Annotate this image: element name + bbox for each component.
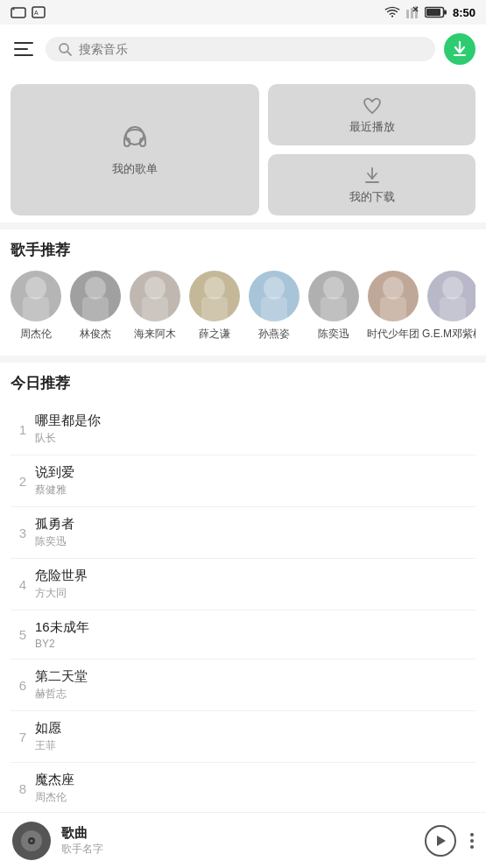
- song-title: 如愿: [35, 720, 475, 737]
- song-item[interactable]: 2 说到爱 蔡健雅: [11, 455, 475, 507]
- download-button[interactable]: [444, 33, 475, 65]
- song-item[interactable]: 7 如愿 王菲: [11, 711, 475, 763]
- svg-rect-24: [82, 297, 109, 321]
- song-title: 哪里都是你: [35, 413, 475, 429]
- signal-off-icon: [405, 6, 419, 18]
- my-playlist-card[interactable]: 我的歌单: [11, 84, 259, 215]
- main-content: 我的歌单 最近播放 我的下载 歌手推荐: [0, 74, 486, 812]
- song-number: 2: [11, 474, 35, 489]
- svg-marker-44: [437, 836, 446, 846]
- svg-rect-28: [201, 297, 228, 321]
- songs-list: 1 哪里都是你 队长 2 说到爱 蔡健雅 3 孤勇者 陈奕迅 4 危险世界 方大…: [11, 404, 475, 812]
- song-title: 16未成年: [35, 619, 475, 636]
- artist-name: 时代少年团: [367, 327, 419, 342]
- play-button[interactable]: [425, 825, 456, 857]
- svg-rect-32: [320, 297, 347, 321]
- svg-rect-5: [411, 8, 413, 18]
- song-item[interactable]: 4 危险世界 方大同: [11, 559, 475, 610]
- svg-point-35: [442, 277, 463, 300]
- svg-point-43: [31, 839, 33, 842]
- player-info: 歌曲 歌手名字: [61, 825, 414, 857]
- recent-play-card[interactable]: 最近播放: [268, 84, 475, 145]
- header: [0, 25, 486, 74]
- artist-name: 周杰伦: [20, 327, 52, 342]
- song-info: 第二天堂 赫哲志: [35, 668, 475, 702]
- menu-button[interactable]: [11, 39, 37, 60]
- more-options-button[interactable]: [470, 833, 474, 849]
- artist-face-icon: [316, 271, 351, 321]
- artist-item[interactable]: 孙燕姿: [249, 271, 299, 342]
- download-icon: [452, 41, 468, 57]
- artist-face-icon: [137, 271, 173, 321]
- song-item[interactable]: 6 第二天堂 赫哲志: [11, 660, 475, 711]
- artist-face-icon: [257, 271, 292, 321]
- artists-title: 歌手推荐: [11, 240, 475, 260]
- song-artist: 赫哲志: [35, 687, 475, 702]
- artist-avatar: [130, 271, 180, 321]
- artist-avatar: [249, 271, 299, 321]
- svg-rect-36: [440, 297, 466, 321]
- my-download-card[interactable]: 我的下载: [268, 154, 475, 215]
- artist-name: 林俊杰: [80, 327, 111, 342]
- svg-text:A: A: [34, 10, 39, 16]
- svg-point-21: [25, 277, 46, 300]
- headphone-icon: [119, 123, 151, 154]
- artist-item[interactable]: 陈奕迅: [308, 271, 359, 342]
- song-info: 16未成年 BY2: [35, 619, 475, 650]
- download-small-icon: [362, 165, 383, 186]
- svg-rect-34: [380, 297, 406, 321]
- svg-rect-10: [444, 11, 447, 15]
- artist-item[interactable]: 林俊杰: [70, 271, 121, 342]
- song-artist: 队长: [35, 431, 475, 446]
- song-title: 孤勇者: [35, 516, 475, 533]
- song-item[interactable]: 5 16未成年 BY2: [11, 610, 475, 660]
- song-number: 7: [11, 730, 35, 745]
- svg-rect-4: [406, 10, 409, 18]
- song-item[interactable]: 3 孤勇者 陈奕迅: [11, 507, 475, 559]
- artist-avatar: [11, 271, 61, 321]
- today-section: 今日推荐 1 哪里都是你 队长 2 说到爱 蔡健雅 3 孤勇者 陈奕迅 4 危险…: [0, 363, 486, 812]
- artist-item[interactable]: 海来阿木: [130, 271, 180, 342]
- song-number: 6: [11, 678, 35, 693]
- artist-name: 薛之谦: [199, 327, 230, 342]
- artist-item[interactable]: 周杰伦: [11, 271, 61, 342]
- song-item[interactable]: 8 魔杰座 周杰伦: [11, 763, 475, 812]
- artist-item[interactable]: 薛之谦: [189, 271, 240, 342]
- song-item[interactable]: 1 哪里都是你 队长: [11, 404, 475, 455]
- top-cards: 我的歌单 最近播放 我的下载: [0, 74, 486, 222]
- svg-rect-30: [261, 297, 287, 321]
- song-info: 说到爱 蔡健雅: [35, 464, 475, 498]
- song-artist: 王菲: [35, 738, 475, 753]
- song-artist: BY2: [35, 638, 475, 650]
- today-title: 今日推荐: [11, 373, 475, 393]
- song-info: 魔杰座 周杰伦: [35, 772, 475, 805]
- artist-face-icon: [197, 271, 232, 321]
- artist-avatar: [427, 271, 475, 321]
- svg-point-33: [383, 277, 404, 300]
- search-input[interactable]: [79, 42, 423, 56]
- svg-point-27: [204, 277, 225, 300]
- artist-name: 孙燕姿: [258, 327, 290, 342]
- bottom-player: 歌曲 歌手名字: [0, 812, 486, 868]
- song-number: 1: [11, 422, 35, 437]
- song-number: 3: [11, 526, 35, 540]
- svg-point-29: [264, 277, 285, 300]
- artist-item[interactable]: 时代少年团: [368, 271, 419, 342]
- status-bar: A 8:50: [0, 0, 486, 25]
- artist-avatar: [189, 271, 240, 321]
- song-artist: 周杰伦: [35, 790, 475, 805]
- artist-item[interactable]: G.E.M邓紫棋: [427, 271, 475, 342]
- status-bar-left: A: [11, 6, 46, 18]
- artist-face-icon: [18, 271, 53, 321]
- song-info: 危险世界 方大同: [35, 568, 475, 601]
- svg-point-1: [13, 9, 15, 11]
- artist-face-icon: [78, 271, 113, 321]
- artist-avatar: [308, 271, 359, 321]
- svg-rect-11: [426, 9, 440, 16]
- time-display: 8:50: [453, 6, 475, 19]
- search-box[interactable]: [46, 37, 435, 61]
- svg-point-23: [85, 277, 106, 300]
- song-artist: 陈奕迅: [35, 534, 475, 549]
- svg-rect-22: [23, 297, 49, 321]
- player-thumbnail: [12, 822, 51, 860]
